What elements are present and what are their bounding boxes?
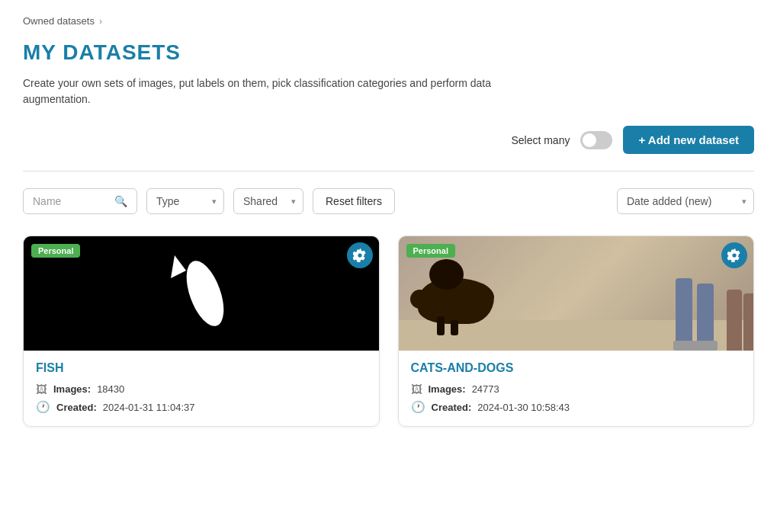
- fish-gear-icon: [353, 248, 367, 262]
- svg-marker-1: [171, 255, 186, 278]
- fish-clock-icon: 🕐: [36, 400, 50, 414]
- datasets-grid: Personal FISH 🖼 Images: 18430: [23, 236, 754, 427]
- cats-dogs-image-icon: 🖼: [411, 383, 422, 396]
- cats-dogs-clock-icon: 🕐: [411, 400, 425, 414]
- toolbar: Select many + Add new dataset: [23, 126, 754, 154]
- cats-dogs-images-row: 🖼 Images: 24773: [411, 383, 742, 396]
- cats-dogs-gear-button[interactable]: [721, 242, 747, 268]
- add-dataset-label: + Add new dataset: [638, 133, 739, 146]
- toggle-knob: [583, 133, 596, 147]
- fish-images-row: 🖼 Images: 18430: [36, 383, 367, 396]
- cats-dogs-badge: Personal: [406, 244, 455, 258]
- cats-dogs-card-meta: 🖼 Images: 24773 🕐 Created: 2024-01-30 10…: [411, 383, 742, 414]
- cats-dogs-created-date: 2024-01-30 10:58:43: [477, 402, 570, 413]
- shared-filter-select[interactable]: Shared Yes No: [233, 188, 303, 214]
- add-dataset-button[interactable]: + Add new dataset: [623, 126, 754, 154]
- sort-filter-wrapper: Date added (new) Date added (old) Name (…: [617, 188, 754, 214]
- fish-image-icon: 🖼: [36, 383, 47, 396]
- select-many-label: Select many: [511, 134, 570, 146]
- fish-silhouette: [167, 248, 236, 339]
- type-filter-select[interactable]: Type Personal Shared: [146, 188, 224, 214]
- fish-images-label: Images:: [53, 383, 91, 395]
- fish-card-meta: 🖼 Images: 18430 🕐 Created: 2024-01-31 11…: [36, 383, 367, 414]
- select-many-toggle[interactable]: [580, 131, 612, 149]
- divider: [23, 171, 754, 171]
- page-description: Create your own sets of images, put labe…: [23, 75, 557, 107]
- page-title: MY DATASETS: [23, 40, 754, 65]
- fish-images-count: 18430: [97, 383, 124, 395]
- fish-created-row: 🕐 Created: 2024-01-31 11:04:37: [36, 400, 367, 414]
- cats-dogs-card-image-wrapper: Personal: [399, 236, 754, 351]
- breadcrumb: Owned datasets ›: [23, 15, 754, 27]
- svg-point-0: [179, 256, 231, 331]
- fish-created-label: Created:: [56, 402, 97, 413]
- fish-badge: Personal: [31, 244, 80, 258]
- fish-gear-button[interactable]: [347, 242, 373, 268]
- cats-dogs-card-title[interactable]: CATS-AND-DOGS: [411, 361, 742, 375]
- cats-dogs-gear-icon: [727, 248, 741, 262]
- cats-dogs-card-body: CATS-AND-DOGS 🖼 Images: 24773 🕐 Created:…: [399, 351, 754, 426]
- dataset-card-cats-dogs: Personal: [398, 236, 755, 427]
- fish-card-title[interactable]: FISH: [36, 361, 367, 375]
- cats-dogs-created-label: Created:: [432, 402, 472, 413]
- reset-filters-button[interactable]: Reset filters: [313, 188, 395, 214]
- fish-card-image-wrapper: Personal: [24, 236, 379, 351]
- cats-dogs-created-row: 🕐 Created: 2024-01-30 10:58:43: [411, 400, 742, 414]
- type-filter-wrapper: Type Personal Shared ▾: [146, 188, 224, 214]
- fish-card-body: FISH 🖼 Images: 18430 🕐 Created: 2024-01-…: [24, 351, 379, 426]
- breadcrumb-owned[interactable]: Owned datasets: [23, 15, 95, 27]
- dataset-card-fish: Personal FISH 🖼 Images: 18430: [23, 236, 380, 427]
- name-filter-input-wrapper: 🔍: [23, 188, 137, 214]
- breadcrumb-chevron: ›: [99, 16, 102, 27]
- shared-filter-wrapper: Shared Yes No ▾: [233, 188, 303, 214]
- filters-bar: 🔍 Type Personal Shared ▾ Shared Yes No ▾…: [23, 188, 754, 214]
- cats-dogs-images-count: 24773: [472, 383, 499, 395]
- name-filter-input[interactable]: [33, 195, 110, 207]
- fish-created-date: 2024-01-31 11:04:37: [103, 402, 195, 413]
- search-icon: 🔍: [114, 195, 127, 207]
- cats-dogs-images-label: Images:: [429, 383, 466, 395]
- sort-filter-select[interactable]: Date added (new) Date added (old) Name (…: [617, 188, 754, 214]
